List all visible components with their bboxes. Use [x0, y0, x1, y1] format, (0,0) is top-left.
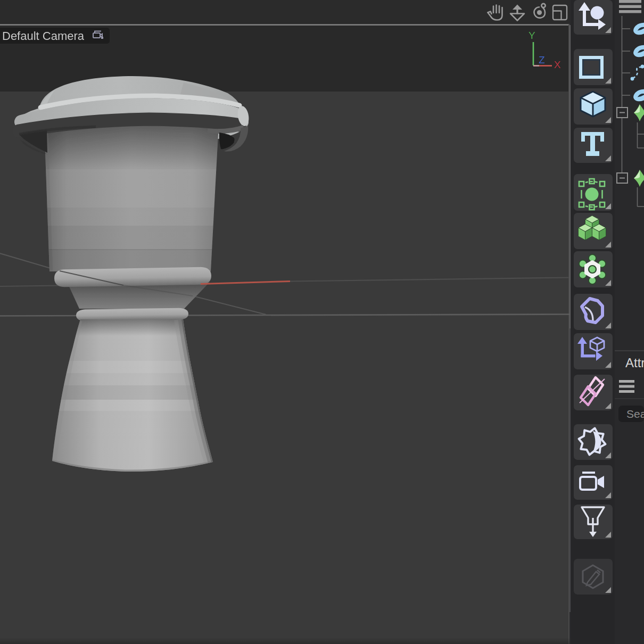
svg-text:Y: Y — [529, 30, 535, 41]
svg-text:Z: Z — [539, 54, 545, 65]
svg-text:X: X — [554, 59, 561, 70]
svg-text:Default Camera: Default Camera — [2, 29, 85, 43]
